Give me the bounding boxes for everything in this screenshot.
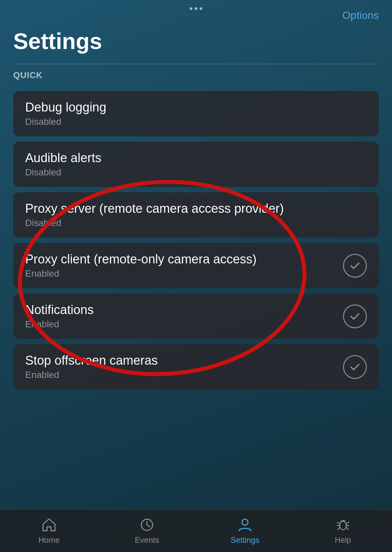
help-bug-icon xyxy=(334,517,352,533)
nav-item-settings[interactable]: Settings xyxy=(196,517,294,545)
dots-menu[interactable] xyxy=(190,7,202,10)
item-title-audible-alerts: Audible alerts xyxy=(25,151,101,165)
settings-item-proxy-client[interactable]: Proxy client (remote-only camera access)… xyxy=(13,243,379,288)
nav-label-events: Events xyxy=(135,535,159,545)
settings-person-icon xyxy=(236,517,254,533)
item-title-notifications: Notifications xyxy=(25,303,94,317)
settings-item-proxy-server[interactable]: Proxy server (remote camera access provi… xyxy=(13,192,379,238)
nav-label-help: Help xyxy=(335,535,351,545)
item-status-debug-logging: Disabled xyxy=(25,116,106,127)
svg-point-2 xyxy=(242,519,248,525)
dot-2 xyxy=(195,7,197,10)
nav-label-settings: Settings xyxy=(231,535,260,545)
item-title-proxy-server: Proxy server (remote camera access provi… xyxy=(25,202,284,216)
page-title: Settings xyxy=(0,25,392,64)
settings-list: Debug logging Disabled Audible alerts Di… xyxy=(0,91,392,509)
item-content-stop-offscreen: Stop offscreen cameras Enabled xyxy=(25,353,158,380)
nav-label-home: Home xyxy=(38,535,60,545)
item-title-proxy-client: Proxy client (remote-only camera access) xyxy=(25,252,257,266)
nav-item-home[interactable]: Home xyxy=(0,517,98,545)
item-content-proxy-client: Proxy client (remote-only camera access)… xyxy=(25,252,257,279)
section-quick-label: QUICK xyxy=(13,64,379,86)
check-circle-proxy-client xyxy=(343,254,367,278)
settings-item-notifications[interactable]: Notifications Enabled xyxy=(13,294,379,339)
dot-3 xyxy=(200,7,202,10)
item-status-notifications: Enabled xyxy=(25,319,94,330)
settings-item-debug-logging[interactable]: Debug logging Disabled xyxy=(13,91,379,136)
top-bar: Options xyxy=(0,0,392,25)
nav-item-events[interactable]: Events xyxy=(98,517,196,545)
events-icon xyxy=(138,517,156,533)
bottom-nav: Home Events Settings xyxy=(0,509,392,552)
check-circle-stop-offscreen xyxy=(343,355,367,379)
item-content-audible-alerts: Audible alerts Disabled xyxy=(25,151,101,178)
item-content-debug-logging: Debug logging Disabled xyxy=(25,100,106,127)
item-content-proxy-server: Proxy server (remote camera access provi… xyxy=(25,202,284,228)
settings-item-stop-offscreen[interactable]: Stop offscreen cameras Enabled xyxy=(13,344,379,390)
item-title-stop-offscreen: Stop offscreen cameras xyxy=(25,353,158,368)
settings-item-audible-alerts[interactable]: Audible alerts Disabled xyxy=(13,142,379,187)
item-content-notifications: Notifications Enabled xyxy=(25,303,94,330)
item-status-stop-offscreen: Enabled xyxy=(25,370,158,380)
svg-point-3 xyxy=(340,521,346,530)
item-status-proxy-server: Disabled xyxy=(25,218,284,228)
item-status-proxy-client: Enabled xyxy=(25,268,257,279)
check-circle-notifications xyxy=(343,304,367,328)
options-button[interactable]: Options xyxy=(342,9,379,22)
home-icon xyxy=(40,517,58,533)
nav-item-help[interactable]: Help xyxy=(294,517,392,545)
item-status-audible-alerts: Disabled xyxy=(25,167,101,178)
dot-1 xyxy=(190,7,192,10)
item-title-debug-logging: Debug logging xyxy=(25,100,106,115)
